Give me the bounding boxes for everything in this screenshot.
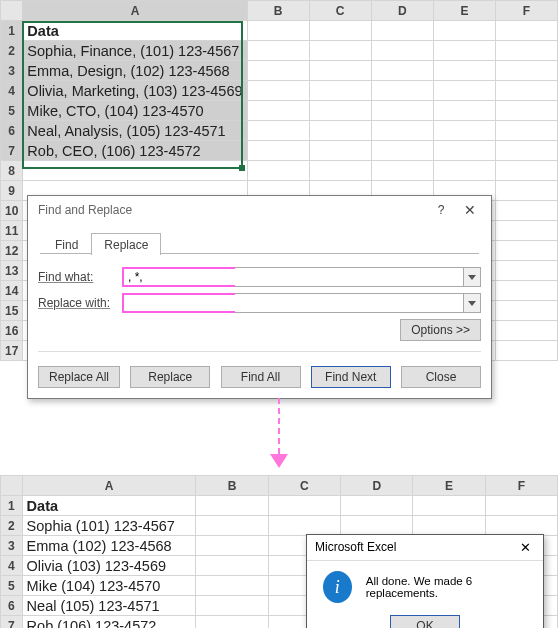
cell-data[interactable]: Emma, Design, (102) 123-4568 [23, 61, 247, 81]
cell-data[interactable]: Neal (105) 123-4571 [22, 596, 196, 616]
row-header[interactable]: 1 [1, 21, 23, 41]
col-header-B[interactable]: B [196, 476, 268, 496]
find-what-ext[interactable] [235, 268, 463, 286]
ok-button[interactable]: OK [390, 615, 460, 628]
row-header[interactable]: 3 [1, 61, 23, 81]
row-header[interactable]: 7 [1, 141, 23, 161]
row-header[interactable]: 4 [1, 81, 23, 101]
find-what-label: Find what: [38, 270, 122, 284]
row-header[interactable]: 5 [1, 101, 23, 121]
cell-data[interactable]: Mike (104) 123-4570 [22, 576, 196, 596]
col-header-E[interactable]: E [413, 476, 485, 496]
find-what-input-wrap [122, 267, 235, 287]
row-header[interactable]: 9 [1, 181, 23, 201]
row-header[interactable]: 13 [1, 261, 23, 281]
close-icon[interactable]: ✕ [457, 202, 483, 218]
replace-with-dropdown[interactable] [463, 294, 480, 312]
row-header[interactable]: 1 [1, 496, 23, 516]
row-header[interactable]: 7 [1, 616, 23, 629]
cell-data[interactable]: Olivia (103) 123-4569 [22, 556, 196, 576]
alert-message: All done. We made 6 replacements. [366, 575, 529, 599]
row-header[interactable]: 16 [1, 321, 23, 341]
find-what-dropdown[interactable] [463, 268, 480, 286]
help-icon[interactable]: ? [431, 203, 451, 217]
alert-title: Microsoft Excel [315, 540, 515, 555]
row-header[interactable]: 2 [1, 41, 23, 61]
col-header-A[interactable]: A [23, 1, 247, 21]
cell-data[interactable]: Olivia, Marketing, (103) 123-4569 [23, 81, 247, 101]
tab-find[interactable]: Find [42, 233, 91, 255]
replacement-alert: Microsoft Excel ✕ i All done. We made 6 … [306, 534, 544, 628]
close-button[interactable]: Close [401, 366, 481, 388]
col-header-F[interactable]: F [485, 476, 557, 496]
cell-data[interactable]: Neal, Analysis, (105) 123-4571 [23, 121, 247, 141]
row-header[interactable]: 11 [1, 221, 23, 241]
col-header-C[interactable]: C [268, 476, 340, 496]
row-header[interactable]: 17 [1, 341, 23, 361]
cell-data[interactable]: Sophia, Finance, (101) 123-4567 [23, 41, 247, 61]
cell-data[interactable]: Mike, CTO, (104) 123-4570 [23, 101, 247, 121]
replace-with-input-wrap [122, 293, 235, 313]
row-header[interactable]: 15 [1, 301, 23, 321]
row-header[interactable]: 6 [1, 121, 23, 141]
replace-with-label: Replace with: [38, 296, 122, 310]
options-button[interactable]: Options >> [400, 319, 481, 341]
row-header[interactable]: 10 [1, 201, 23, 221]
cell-data[interactable]: Rob (106) 123-4572 [22, 616, 196, 629]
info-icon: i [323, 571, 352, 603]
row-header[interactable]: 4 [1, 556, 23, 576]
col-header-D[interactable]: D [371, 1, 433, 21]
find-next-button[interactable]: Find Next [311, 366, 391, 388]
row-header[interactable]: 6 [1, 596, 23, 616]
col-header-C[interactable]: C [309, 1, 371, 21]
arrow-down-icon [270, 454, 288, 468]
fill-handle[interactable] [239, 165, 245, 171]
close-icon[interactable]: ✕ [515, 540, 535, 555]
col-header-F[interactable]: F [495, 1, 557, 21]
row-header[interactable]: 14 [1, 281, 23, 301]
col-header-E[interactable]: E [433, 1, 495, 21]
dialog-title: Find and Replace [38, 203, 425, 217]
select-all-corner[interactable] [1, 476, 23, 496]
cell-header[interactable]: Data [23, 21, 247, 41]
cell-data[interactable]: Rob, CEO, (106) 123-4572 [23, 141, 247, 161]
col-header-A[interactable]: A [22, 476, 196, 496]
find-replace-dialog: Find and Replace ? ✕ Find Replace Find w… [27, 195, 492, 399]
cell-header[interactable]: Data [22, 496, 196, 516]
row-header[interactable]: 12 [1, 241, 23, 261]
col-header-B[interactable]: B [247, 1, 309, 21]
replace-all-button[interactable]: Replace All [38, 366, 120, 388]
flow-arrow [270, 398, 288, 468]
tab-replace[interactable]: Replace [91, 233, 161, 255]
row-header[interactable]: 2 [1, 516, 23, 536]
col-header-D[interactable]: D [341, 476, 413, 496]
replace-button[interactable]: Replace [130, 366, 210, 388]
row-header[interactable]: 5 [1, 576, 23, 596]
replace-with-ext[interactable] [235, 294, 463, 312]
select-all-corner[interactable] [1, 1, 23, 21]
find-all-button[interactable]: Find All [221, 366, 301, 388]
cell-data[interactable]: Emma (102) 123-4568 [22, 536, 196, 556]
cell-data[interactable]: Sophia (101) 123-4567 [22, 516, 196, 536]
row-header[interactable]: 8 [1, 161, 23, 181]
row-header[interactable]: 3 [1, 536, 23, 556]
